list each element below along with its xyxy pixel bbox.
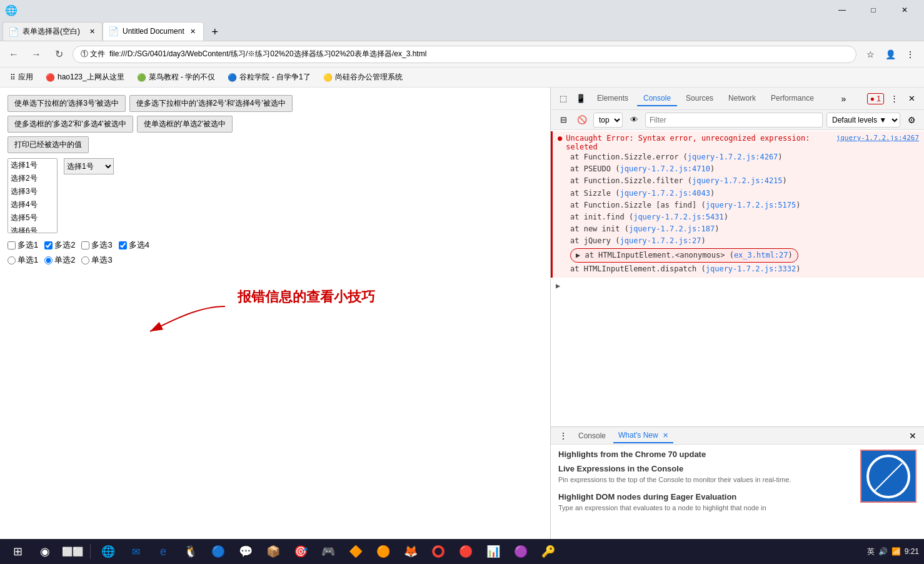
console-gear-button[interactable]: ⚙ [904, 113, 919, 128]
trace-2-link[interactable]: jquery-1.7.2.js:4710 [620, 164, 710, 173]
forward-button[interactable]: → [28, 46, 45, 63]
taskbar-app14-button[interactable]: 🔴 [453, 540, 478, 563]
error-source-link[interactable]: jquery-1.7.2.js:4267 [836, 134, 919, 151]
devtools-tab-sources[interactable]: Sources [680, 91, 720, 106]
taskbar-taskview-button[interactable]: ⬜⬜ [60, 540, 85, 563]
trace-6-link[interactable]: jquery-1.7.2.js:5431 [633, 213, 724, 221]
option-1[interactable]: 选择1号 [8, 159, 57, 172]
default-levels-select[interactable]: Default levels ▼ [826, 113, 900, 128]
option-5[interactable]: 选择5号 [8, 211, 57, 224]
top-context-select[interactable]: top [593, 113, 623, 128]
back-button[interactable]: ← [5, 46, 23, 63]
devtools-close-button[interactable]: ✕ [904, 91, 919, 106]
new-tab-button[interactable]: + [206, 23, 224, 41]
bottom-tab-console[interactable]: Console [573, 429, 611, 443]
close-button[interactable]: ✕ [890, 0, 919, 20]
taskbar-app13-button[interactable]: ⭕ [426, 540, 451, 563]
taskbar-app8-button[interactable]: 🎯 [288, 540, 313, 563]
tab-2-close[interactable]: ✕ [188, 26, 198, 36]
devtools-tab-performance[interactable]: Performance [765, 91, 820, 106]
taskbar-app6-button[interactable]: 💬 [233, 540, 258, 563]
bookmark-runoob[interactable]: 🟢 菜鸟教程 - 学的不仅 [132, 70, 221, 85]
devtools-tab-console[interactable]: Console [637, 91, 677, 106]
refresh-button[interactable]: ↻ [50, 46, 68, 63]
taskbar-app11-button[interactable]: 🟠 [371, 540, 396, 563]
devtools-more-tabs[interactable]: » [836, 94, 851, 104]
taskbar-app12-button[interactable]: 🦊 [398, 540, 423, 563]
devtools-tab-elements[interactable]: Elements [591, 91, 635, 106]
btn-select3[interactable]: 使单选下拉框的'选择3号'被选中 [8, 95, 126, 112]
taskbar-edge-button[interactable]: 🌐 [96, 540, 121, 563]
radio-1-item[interactable]: 单选1 [8, 254, 38, 266]
radio-2-item[interactable]: 单选2 [44, 254, 75, 266]
trace-3-link[interactable]: jquery-1.7.2.js:4215 [692, 176, 783, 185]
trace-1-link[interactable]: jquery-1.7.2.js:4267 [688, 153, 778, 161]
address-input[interactable] [73, 46, 856, 63]
option-2[interactable]: 选择2号 [8, 172, 57, 185]
taskbar-app7-button[interactable]: 📦 [261, 540, 286, 563]
bookmark-star-button[interactable]: ☆ [861, 46, 879, 63]
taskbar-app5-button[interactable]: 🔵 [206, 540, 231, 563]
taskbar-cortana-button[interactable]: ◉ [33, 540, 58, 563]
bookmark-hao123[interactable]: 🔴 hao123_上网从这里 [41, 70, 129, 85]
maximize-button[interactable]: □ [859, 0, 888, 20]
trace-4-link[interactable]: jquery-1.7.2.js:4043 [620, 189, 710, 198]
trace-10-link[interactable]: jquery-1.7.2.js:3332 [706, 264, 796, 273]
checkbox-1-item[interactable]: 多选1 [8, 239, 38, 251]
checkbox-4[interactable] [119, 241, 127, 249]
console-filter-input[interactable] [645, 113, 823, 128]
inspect-element-button[interactable]: ⬚ [556, 91, 571, 106]
btn-multi24[interactable]: 使多选框的'多选2'和'多选4'被选中 [8, 116, 133, 133]
eye-button[interactable]: 👁 [626, 113, 641, 128]
btn-print[interactable]: 打印已经被选中的值 [8, 136, 89, 153]
btn-single2[interactable]: 使单选框的'单选2'被选中 [137, 116, 233, 133]
taskbar-email-button[interactable]: ✉ [123, 540, 148, 563]
devtools-settings-button[interactable]: ⋮ [886, 91, 901, 106]
trace-8-link[interactable]: jquery-1.7.2.js:27 [620, 236, 701, 245]
taskbar-app10-button[interactable]: 🔶 [343, 540, 368, 563]
radio-2[interactable] [44, 256, 53, 264]
checkbox-2-item[interactable]: 多选2 [44, 239, 75, 251]
tab-1-close[interactable]: ✕ [87, 27, 97, 37]
taskbar-qq-button[interactable]: 🐧 [178, 540, 203, 563]
single-select[interactable]: 选择1号 [64, 158, 114, 174]
checkbox-2[interactable] [44, 241, 53, 249]
checkbox-3-item[interactable]: 多选3 [81, 239, 112, 251]
checkbox-3[interactable] [81, 241, 89, 249]
radio-3[interactable] [81, 256, 89, 264]
device-toggle-button[interactable]: 📱 [573, 91, 588, 106]
bottom-panel-close[interactable]: ✕ [906, 430, 919, 442]
option-6[interactable]: 选择6号 [8, 224, 57, 233]
taskbar-ie-button[interactable]: e [151, 540, 176, 563]
option-4[interactable]: 选择4号 [8, 198, 57, 211]
taskbar-app9-button[interactable]: 🎮 [316, 540, 341, 563]
btn-select24[interactable]: 使多选下拉框中的'选择2号'和'选择4号'被选中 [129, 95, 293, 112]
tab-2[interactable]: 📄 Untitled Document ✕ [103, 22, 204, 41]
multi-select-box[interactable]: 选择1号 选择2号 选择3号 选择4号 选择5号 选择6号 [8, 158, 58, 233]
bookmark-gulixueyuan[interactable]: 🔵 谷粒学院 - 自学争1了 [223, 70, 315, 85]
console-options-button[interactable]: ⊟ [556, 113, 571, 128]
whatsnew-close[interactable]: ✕ [663, 431, 668, 439]
option-3[interactable]: 选择3号 [8, 185, 57, 198]
bottom-tab-whatsnew[interactable]: What's New ✕ [613, 428, 673, 443]
radio-1[interactable] [8, 256, 16, 264]
user-button[interactable]: 👤 [881, 46, 899, 63]
taskbar-app17-button[interactable]: 🔑 [536, 540, 561, 563]
trace-7-link[interactable]: jquery-1.7.2.js:187 [629, 224, 715, 233]
panel-options-icon[interactable]: ⋮ [556, 428, 571, 443]
minimize-button[interactable]: — [828, 0, 856, 20]
taskbar-app15-button[interactable]: 📊 [481, 540, 506, 563]
bookmark-apps[interactable]: ⠿ 应用 [5, 70, 38, 85]
taskbar-app16-button[interactable]: 🟣 [508, 540, 533, 563]
tab-1[interactable]: 📄 表单选择器(空白) ✕ [3, 22, 103, 41]
devtools-tab-network[interactable]: Network [722, 91, 762, 106]
bookmark-shanggui[interactable]: 🟡 尚硅谷办公管理系统 [318, 70, 408, 85]
radio-3-item[interactable]: 单选3 [81, 254, 112, 266]
trace-5-link[interactable]: jquery-1.7.2.js:5175 [706, 201, 796, 209]
taskbar-start-button[interactable]: ⊞ [5, 540, 30, 563]
console-block-button[interactable]: 🚫 [575, 113, 590, 128]
checkbox-1[interactable] [8, 241, 16, 249]
trace-9-link[interactable]: ex_3.html:27 [734, 251, 788, 259]
checkbox-4-item[interactable]: 多选4 [119, 239, 149, 251]
menu-button[interactable]: ⋮ [901, 46, 919, 63]
